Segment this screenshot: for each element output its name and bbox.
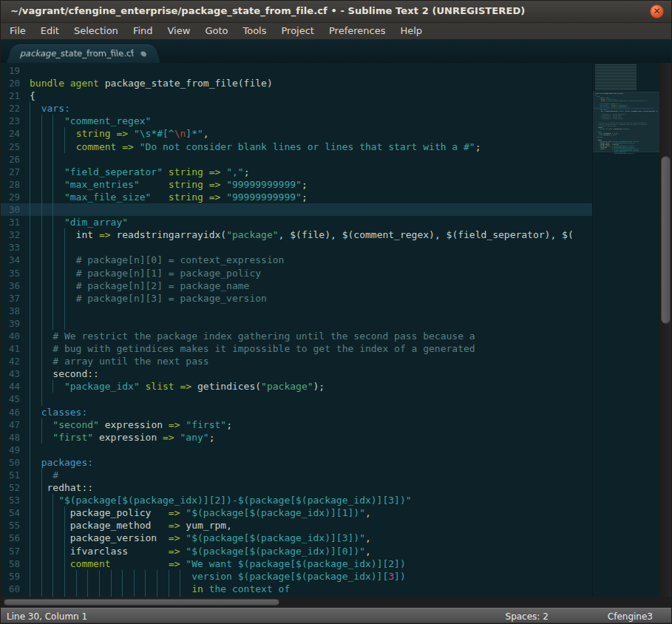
code-line[interactable]: 27 "field_seperator" string => ","; bbox=[1, 166, 592, 178]
tab-bar: package_state_from_file.cf ● bbox=[1, 39, 671, 63]
line-number: 28 bbox=[1, 178, 20, 191]
line-number: 26 bbox=[1, 153, 20, 166]
menu-item-view[interactable]: View bbox=[160, 23, 198, 39]
code-line[interactable]: 40 # We restrict the package index gathe… bbox=[1, 330, 592, 342]
code-line[interactable]: 58 comment => "We want $(package[$(packa… bbox=[1, 557, 592, 570]
code-line[interactable]: 42 # array until the next pass bbox=[1, 355, 592, 367]
indent-guides bbox=[30, 292, 65, 305]
indent-guides bbox=[30, 342, 42, 355]
line-number: 43 bbox=[1, 367, 20, 380]
code-line[interactable]: 26 bbox=[1, 153, 592, 166]
menu-item-tools[interactable]: Tools bbox=[235, 23, 274, 39]
code-line[interactable]: 34 # package[n][0] = context_expression bbox=[1, 254, 592, 266]
code-line[interactable]: 44 "package_idx" slist => getindices("pa… bbox=[1, 380, 592, 393]
line-number: 48 bbox=[1, 431, 20, 444]
indent-guides bbox=[30, 583, 180, 595]
code-area[interactable]: 1920bundle agent package_state_from_file… bbox=[1, 64, 592, 598]
code-line[interactable]: 51 # bbox=[1, 469, 592, 481]
indent-guides bbox=[30, 481, 42, 494]
indent-guides bbox=[30, 557, 65, 570]
vertical-scrollbar[interactable] bbox=[659, 63, 672, 597]
code-line[interactable]: 24 string => "\s*#[^\n]*", bbox=[1, 127, 592, 140]
code-line[interactable]: 37 # package[n][3] = package_version bbox=[1, 292, 592, 305]
indent-guides bbox=[30, 469, 42, 481]
code-line[interactable]: 30 bbox=[1, 203, 592, 216]
menu-item-file[interactable]: File bbox=[2, 23, 33, 39]
code-line[interactable]: 52 redhat:: bbox=[1, 481, 592, 494]
code-line[interactable]: 55 package_method => yum_rpm, bbox=[1, 519, 592, 532]
indent-guides bbox=[30, 241, 65, 254]
line-number: 41 bbox=[1, 342, 20, 355]
indent-guides bbox=[30, 317, 65, 330]
code-line[interactable]: 21{ bbox=[1, 89, 592, 102]
code-line[interactable]: 56 package_version => "$(package[$(packa… bbox=[1, 532, 592, 544]
code-line[interactable]: 57 ifvarclass => "$(package[$(package_id… bbox=[1, 545, 592, 557]
line-number: 24 bbox=[1, 127, 20, 140]
menu-item-project[interactable]: Project bbox=[274, 23, 321, 39]
menu-item-help[interactable]: Help bbox=[393, 23, 430, 39]
line-number: 21 bbox=[1, 89, 20, 102]
code-line[interactable]: 19 bbox=[1, 64, 592, 77]
code-line[interactable]: 29 "max_file_size" string => "9999999999… bbox=[1, 191, 592, 203]
vertical-scrollbar-thumb[interactable] bbox=[661, 156, 671, 324]
code-line[interactable]: 25 comment => "Do not consider blank lin… bbox=[1, 140, 592, 153]
code-line[interactable]: 22 vars: bbox=[1, 102, 592, 115]
syntax-mode-status[interactable]: Cfengine3 bbox=[608, 611, 653, 622]
line-number: 42 bbox=[1, 355, 20, 367]
code-line[interactable]: 23 "comment_regex" bbox=[1, 115, 592, 127]
indent-guides bbox=[30, 153, 53, 166]
menu-item-find[interactable]: Find bbox=[126, 23, 160, 39]
code-line[interactable]: 36 # package[n][2] = package_name bbox=[1, 279, 592, 292]
sublime-window: ~/vagrant/cfengine_enterprise/package_st… bbox=[0, 0, 672, 624]
code-line[interactable]: 31 "dim_array" bbox=[1, 216, 592, 228]
tab-package-state-from-file[interactable]: package_state_from_file.cf ● bbox=[7, 44, 160, 63]
code-line[interactable]: 60 in the context of bbox=[1, 583, 592, 595]
indent-guides bbox=[30, 191, 53, 203]
line-number: 50 bbox=[1, 456, 20, 469]
window-title: ~/vagrant/cfengine_enterprise/package_st… bbox=[10, 5, 525, 16]
horizontal-scrollbar[interactable] bbox=[1, 597, 672, 608]
code-line[interactable]: 20bundle agent package_state_from_file(f… bbox=[1, 77, 592, 89]
indent-settings-status[interactable]: Spaces: 2 bbox=[506, 611, 549, 622]
code-line[interactable]: 49 bbox=[1, 444, 592, 456]
cursor-position-status: Line 30, Column 1 bbox=[7, 611, 506, 622]
code-line[interactable]: 53 "$(package[$(package_idx)][2])-$(pack… bbox=[1, 494, 592, 506]
line-number: 31 bbox=[1, 216, 20, 228]
line-number: 30 bbox=[1, 203, 20, 216]
code-line[interactable]: 38 bbox=[1, 305, 592, 317]
code-line[interactable]: 59 version $(package[$(package_idx)][3]) bbox=[1, 570, 592, 583]
code-line[interactable]: $(package[$(package_idx)][0])" bbox=[594, 153, 654, 155]
line-number: 49 bbox=[1, 444, 20, 456]
close-icon[interactable]: ✕ bbox=[650, 4, 664, 18]
menu-item-preferences[interactable]: Preferences bbox=[322, 23, 393, 39]
code-line[interactable]: 50 packages: bbox=[1, 456, 592, 469]
code-line[interactable]: 47 "second" expression => "first"; bbox=[1, 418, 592, 431]
horizontal-scrollbar-thumb[interactable] bbox=[4, 599, 279, 606]
indent-guides bbox=[30, 570, 180, 583]
code-line[interactable]: 41 # bug with getindices makes it imposs… bbox=[1, 342, 592, 355]
line-number: 23 bbox=[1, 115, 20, 127]
menu-item-edit[interactable]: Edit bbox=[33, 23, 67, 39]
code-line[interactable]: 28 "max_entries" string => "99999999999"… bbox=[1, 178, 592, 191]
indent-guides bbox=[30, 431, 42, 444]
code-line[interactable]: 39 bbox=[1, 317, 592, 330]
menu-item-goto[interactable]: Goto bbox=[197, 23, 235, 39]
indent-guides bbox=[30, 393, 42, 405]
code-line[interactable]: 32 int => readstringarrayidx("package", … bbox=[1, 228, 592, 241]
indent-guides bbox=[30, 127, 65, 140]
editor-area: 1920bundle agent package_state_from_file… bbox=[1, 63, 672, 608]
minimap-viewport-handle[interactable] bbox=[593, 92, 659, 152]
indent-guides bbox=[30, 380, 53, 393]
code-line[interactable]: 43 second:: bbox=[1, 367, 592, 380]
code-line[interactable]: 48 "first" expression => "any"; bbox=[1, 431, 592, 444]
menu-item-selection[interactable]: Selection bbox=[67, 23, 126, 39]
modified-dot-icon: ● bbox=[140, 50, 148, 57]
code-line[interactable]: 35 # package[n][1] = package_policy bbox=[1, 267, 592, 279]
code-line[interactable]: 54 package_policy => "$(package[$(packag… bbox=[1, 506, 592, 519]
code-line[interactable]: 46 classes: bbox=[1, 406, 592, 418]
code-line[interactable]: 33 bbox=[1, 241, 592, 254]
minimap[interactable]: bundle agent package_state_from_file(fil… bbox=[592, 63, 659, 597]
code-line[interactable]: 45 bbox=[1, 393, 592, 405]
menu-bar: FileEditSelectionFindViewGotoToolsProjec… bbox=[1, 23, 671, 39]
indent-guides bbox=[30, 279, 65, 292]
